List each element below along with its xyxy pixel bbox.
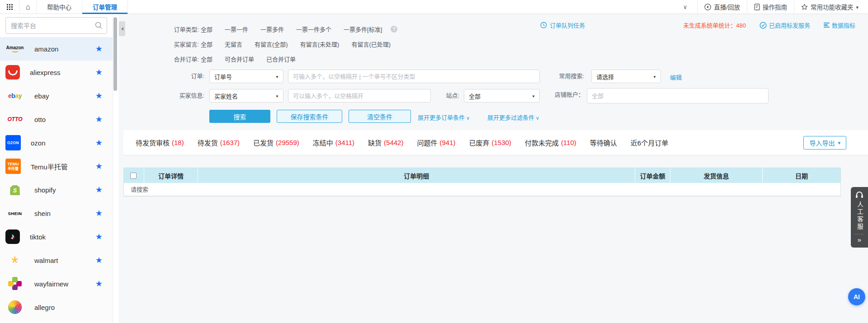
order-queue-tasks-link[interactable]: 订单队列任务	[540, 21, 585, 29]
status-tab[interactable]: 待发货审核 (18)	[136, 138, 184, 147]
sidebar-item-platform[interactable]: Temu半托管	[0, 154, 113, 178]
search-button[interactable]: 搜索	[209, 110, 270, 123]
filter-options: 全部可合并订单已合并订单	[201, 55, 296, 63]
favorite-star-icon[interactable]	[95, 138, 103, 148]
status-tab[interactable]: 付款未完成 (110)	[525, 138, 576, 147]
status-tab[interactable]: 已发货 (29559)	[253, 138, 299, 147]
filter-option[interactable]: 全部	[201, 40, 212, 48]
status-tab[interactable]: 等待确认	[590, 138, 617, 147]
nav-collapse-chevron[interactable]	[673, 0, 698, 14]
favorite-star-icon[interactable]	[95, 161, 103, 171]
buyer-info-input[interactable]	[288, 89, 431, 103]
status-tab[interactable]: 缺货 (5442)	[368, 138, 403, 147]
sidebar-item-platform[interactable]: wayfairnew	[0, 272, 113, 295]
platform-search-input[interactable]	[5, 17, 107, 34]
filter-option[interactable]: 全部	[201, 25, 212, 33]
favorite-star-icon[interactable]	[95, 114, 103, 124]
sidebar-item-platform[interactable]: otto	[0, 108, 113, 131]
status-tab[interactable]: 待发货 (1637)	[198, 138, 240, 147]
favorite-star-icon[interactable]	[95, 279, 103, 289]
filter-option[interactable]: 有留言(已处理)	[351, 40, 391, 48]
data-metrics-link[interactable]: 数据指标	[824, 21, 855, 29]
filter-option[interactable]: 无留言	[225, 40, 242, 48]
filter-option[interactable]: 一票一件多个	[296, 25, 331, 33]
sidebar-item-platform[interactable]: aliexpress	[0, 61, 113, 84]
sidebar-collapse-handle[interactable]	[119, 21, 125, 36]
favorites-menu-button[interactable]: 常用功能收藏夹	[794, 0, 865, 14]
double-arrow-icon[interactable]: »	[858, 236, 861, 243]
favorites-label: 常用功能收藏夹	[811, 2, 854, 11]
favorite-star-icon[interactable]	[95, 67, 103, 77]
order-number-input[interactable]	[288, 70, 540, 83]
tag-service-label: 已启用标发服务	[769, 21, 810, 29]
buyer-field-type-select[interactable]: 买家姓名	[209, 89, 283, 103]
filter-option[interactable]: 可合并订单	[225, 55, 254, 63]
expand-more-filter-conditions-link[interactable]: 展开更多过滤条件	[487, 113, 539, 122]
shop-account-input[interactable]	[587, 88, 769, 103]
operation-guide-label: 操作指南	[763, 2, 787, 11]
import-export-button[interactable]: 导入导出	[803, 136, 846, 150]
tab-order-management[interactable]: 订单管理	[82, 0, 128, 14]
favorite-star-icon[interactable]	[95, 91, 103, 101]
select-all-checkbox[interactable]	[130, 173, 137, 179]
sidebar-item-platform[interactable]: ebay	[0, 84, 113, 108]
status-tab[interactable]: 近6个月订单	[631, 138, 668, 147]
home-icon	[26, 3, 30, 11]
platform-logo-icon	[5, 229, 20, 244]
status-tabs: 待发货审核 (18) 待发货 (1637) 已发货 (29559) 冻	[136, 138, 668, 147]
ai-assistant-button[interactable]: AI	[848, 288, 865, 305]
favorite-star-icon[interactable]	[95, 44, 103, 54]
status-tab-label: 付款未完成	[525, 138, 559, 147]
filter-option[interactable]: 一票多件[标准]	[344, 25, 382, 33]
divider	[854, 234, 864, 234]
site-select[interactable]: 全部	[464, 89, 540, 103]
chevron-down-icon	[683, 4, 688, 10]
sidebar-item-platform[interactable]: tiktok	[0, 225, 113, 248]
status-tab[interactable]: 已废弃 (1530)	[469, 138, 511, 147]
filter-option[interactable]: 已合并订单	[266, 55, 296, 63]
status-tab-label: 已废弃	[469, 138, 489, 147]
main-content: 订单类型: 全部一票一件一票多件一票一件多个一票多件[标准] ? 买家留言: 全…	[118, 14, 868, 323]
star-outline-icon	[801, 4, 808, 10]
help-icon[interactable]: ?	[391, 26, 397, 33]
status-tab[interactable]: 问题件 (941)	[417, 138, 455, 147]
sidebar-item-platform[interactable]: allegro	[0, 295, 113, 319]
status-tab-label: 近6个月订单	[631, 138, 668, 147]
platform-label: amazon	[34, 45, 58, 53]
favorite-star-icon[interactable]	[95, 185, 103, 195]
filter-row-merge-order: 合并订单: 全部可合并订单已合并订单	[118, 53, 296, 65]
filter-option[interactable]: 有留言(全部)	[255, 40, 288, 48]
filter-option[interactable]: 一票一件	[225, 25, 248, 33]
data-metrics-label: 数据指标	[832, 21, 855, 29]
sidebar-item-platform[interactable]: ozon	[0, 131, 113, 154]
sidebar-item-platform[interactable]: shein	[0, 201, 113, 225]
check-circle-icon	[760, 22, 767, 29]
clear-conditions-button[interactable]: 清空条件	[349, 110, 411, 123]
expand-more-order-conditions-link[interactable]: 展开更多订单条件	[418, 113, 470, 122]
filter-option[interactable]: 有留言(未处理)	[300, 40, 340, 48]
filter-option[interactable]: 全部	[201, 55, 212, 63]
status-tab-count: (29559)	[276, 139, 299, 146]
operation-guide-button[interactable]: 操作指南	[747, 0, 794, 14]
apps-grid-button[interactable]	[0, 0, 20, 14]
live-replay-button[interactable]: 直播/回放	[697, 0, 747, 14]
human-support-tab[interactable]: 人工客服 »	[851, 187, 868, 248]
sidebar-item-platform[interactable]: shopify	[0, 178, 113, 201]
tab-help-center[interactable]: 帮助中心	[37, 0, 82, 14]
favorite-star-icon[interactable]	[95, 208, 103, 218]
edit-quick-search-link[interactable]: 编辑	[670, 73, 682, 81]
favorite-star-icon[interactable]	[95, 232, 103, 242]
filter-option[interactable]: 一票多件	[260, 25, 284, 33]
home-tab[interactable]	[20, 0, 37, 14]
sidebar-scrollbar-thumb[interactable]	[113, 17, 117, 91]
save-search-conditions-button[interactable]: 保存搜索条件	[277, 110, 342, 123]
tag-service-status[interactable]: 已启用标发服务	[760, 21, 810, 29]
quick-search-select[interactable]: 请选择	[591, 70, 661, 83]
sidebar-item-platform[interactable]: amazon	[0, 37, 113, 61]
sidebar-item-platform[interactable]: walmart	[0, 248, 113, 272]
platform-label: shopify	[34, 186, 56, 194]
orders-table: 订单详情订单明细订单金额发货信息日期 请搜索	[123, 168, 841, 197]
favorite-star-icon[interactable]	[95, 255, 103, 265]
status-tab[interactable]: 冻结中 (3411)	[313, 138, 354, 147]
order-number-type-select[interactable]: 订单号	[209, 70, 283, 83]
